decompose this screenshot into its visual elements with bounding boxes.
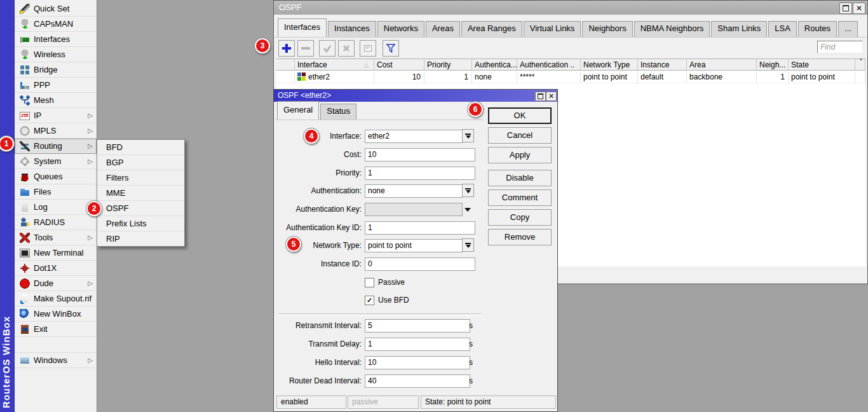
sidebar-item-files[interactable]: Files	[15, 184, 97, 200]
transmit-delay-field[interactable]: 1	[365, 338, 470, 351]
retransmit-interval-field[interactable]: 5	[365, 319, 470, 333]
use-bfd-checkbox[interactable]: ✓	[365, 296, 374, 305]
tab-general[interactable]: General	[277, 101, 319, 120]
tab-virtual-links[interactable]: Virtual Links	[524, 21, 581, 37]
authentication-field[interactable]: none	[365, 184, 463, 198]
column-options-button[interactable]	[855, 58, 865, 71]
column-header-neighbors[interactable]: Neigh...	[757, 58, 789, 71]
column-header-select[interactable]	[276, 58, 295, 71]
column-header-instance[interactable]: Instance	[638, 58, 687, 71]
sidebar-item-new-winbox[interactable]: New WinBox	[15, 306, 97, 322]
menu-item-filters[interactable]: Filters	[97, 170, 184, 186]
chevron-down-icon[interactable]	[465, 208, 471, 212]
ok-button[interactable]: OK	[488, 107, 552, 124]
dialog-close-button[interactable]: ✕	[546, 92, 557, 101]
column-header-state[interactable]: State	[789, 58, 855, 71]
priority-field[interactable]: 1	[365, 167, 475, 180]
disable-button[interactable]: Disable	[488, 170, 552, 186]
sidebar-item-make-supout[interactable]: Make Supout.rif	[15, 291, 97, 306]
cost-field[interactable]: 10	[365, 148, 475, 161]
sidebar-item-windows[interactable]: Windows▷	[15, 353, 97, 368]
network-type-field[interactable]: point to point	[365, 239, 463, 252]
sidebar-item-dot1x[interactable]: Dot1X	[15, 261, 97, 276]
column-header-authentication-key[interactable]: Authentication ..	[517, 58, 581, 71]
tab-neighbors[interactable]: Neighbors	[582, 21, 632, 37]
tab-area-ranges[interactable]: Area Ranges	[461, 21, 522, 37]
sidebar-item-ip[interactable]: IP▷	[15, 108, 97, 123]
column-header-area[interactable]: Area	[687, 58, 757, 71]
comment-button-toolbar[interactable]	[360, 40, 376, 57]
sidebar-item-exit[interactable]: Exit	[15, 322, 97, 337]
tab-nbma-neighbors[interactable]: NBMA Neighbors	[634, 21, 710, 37]
cell-interface: ether2	[295, 71, 374, 83]
tab-interfaces[interactable]: Interfaces	[278, 18, 327, 37]
brand-vertical-text: RouterOS WinBox	[1, 316, 13, 408]
sidebar-item-tools[interactable]: Tools▷	[15, 230, 97, 245]
sidebar-item-capsman[interactable]: CAPsMAN	[15, 17, 97, 32]
menu-item-rip[interactable]: RIP	[97, 231, 184, 246]
comment-button[interactable]: Comment	[488, 189, 552, 206]
menu-item-ospf[interactable]: OSPF	[97, 201, 184, 216]
chevron-down-icon	[858, 58, 864, 69]
cancel-button[interactable]: Cancel	[488, 127, 552, 144]
ospf-window-titlebar[interactable]: OSPF	[274, 1, 867, 15]
column-header-cost[interactable]: Cost	[374, 58, 424, 71]
find-input[interactable]	[817, 41, 863, 53]
menu-item-bgp[interactable]: BGP	[97, 155, 184, 170]
column-header-priority[interactable]: Priority	[424, 58, 472, 71]
sidebar-item-new-terminal[interactable]: New Terminal	[15, 245, 97, 261]
remove-button[interactable]: Remove	[488, 229, 552, 245]
menu-item-prefix-lists[interactable]: Prefix Lists	[97, 216, 184, 231]
disable-button-toolbar[interactable]	[338, 40, 355, 57]
menu-item-bfd[interactable]: BFD	[97, 140, 184, 155]
sidebar-item-mpls[interactable]: MPLS▷	[15, 123, 97, 139]
tab-networks[interactable]: Networks	[377, 21, 424, 37]
dialog-titlebar[interactable]: OSPF <ether2>	[274, 90, 557, 102]
close-button[interactable]: ✕	[853, 3, 865, 14]
copy-button[interactable]: Copy	[488, 209, 552, 226]
interface-dropdown-button[interactable]	[462, 129, 474, 142]
sidebar-item-dude[interactable]: Dude▷	[15, 276, 97, 291]
sidebar-item-ppp[interactable]: PPP	[15, 78, 97, 93]
router-dead-interval-field[interactable]: 40	[365, 374, 470, 388]
sidebar-item-log[interactable]: Log	[15, 200, 97, 215]
column-header-interface[interactable]: Interface△	[295, 58, 374, 71]
sidebar-item-wireless[interactable]: Wireless	[15, 47, 97, 62]
remove-button-toolbar[interactable]	[297, 40, 314, 57]
column-header-network-type[interactable]: Network Type	[581, 58, 638, 71]
apply-button[interactable]: Apply	[488, 147, 552, 163]
dialog-maximize-button[interactable]	[535, 92, 546, 101]
cell-cost: 10	[374, 71, 424, 83]
maximize-button[interactable]	[839, 3, 852, 14]
interface-field[interactable]: ether2	[365, 130, 463, 143]
tab-more[interactable]: ...	[838, 21, 858, 37]
use-bfd-checkbox-row[interactable]: ✓ Use BFD	[365, 296, 409, 305]
enable-button[interactable]	[319, 40, 336, 57]
wrench-icon	[20, 233, 30, 243]
tab-routes[interactable]: Routes	[798, 21, 837, 37]
passive-checkbox[interactable]	[365, 278, 374, 287]
hello-interval-field[interactable]: 10	[365, 356, 470, 369]
tab-areas[interactable]: Areas	[426, 21, 460, 37]
sidebar-item-interfaces[interactable]: Interfaces	[15, 32, 97, 47]
filter-button[interactable]	[383, 40, 399, 57]
tab-sham-links[interactable]: Sham Links	[711, 21, 767, 37]
sidebar-item-radius[interactable]: RADIUS	[15, 215, 97, 230]
tab-lsa[interactable]: LSA	[768, 21, 797, 37]
sidebar-item-mesh[interactable]: Mesh	[15, 93, 97, 108]
tab-instances[interactable]: Instances	[328, 21, 376, 37]
sidebar-item-queues[interactable]: Queues	[15, 169, 97, 184]
passive-checkbox-row[interactable]: Passive	[365, 278, 405, 287]
authentication-dropdown-button[interactable]	[462, 184, 474, 197]
column-header-authentication[interactable]: Authentica...	[472, 58, 517, 71]
sidebar-item-bridge[interactable]: Bridge	[15, 62, 97, 78]
sidebar-item-quick-set[interactable]: Quick Set	[15, 1, 97, 17]
instance-id-field[interactable]: 0	[365, 258, 475, 271]
network-type-dropdown-button[interactable]	[462, 238, 474, 252]
authentication-key-id-field[interactable]: 1	[365, 221, 475, 235]
add-button[interactable]	[278, 40, 295, 57]
sidebar-item-routing[interactable]: Routing▷	[15, 139, 97, 154]
tab-status[interactable]: Status	[320, 104, 356, 120]
sidebar-item-system[interactable]: System▷	[15, 154, 97, 169]
menu-item-mme[interactable]: MME	[97, 186, 184, 201]
